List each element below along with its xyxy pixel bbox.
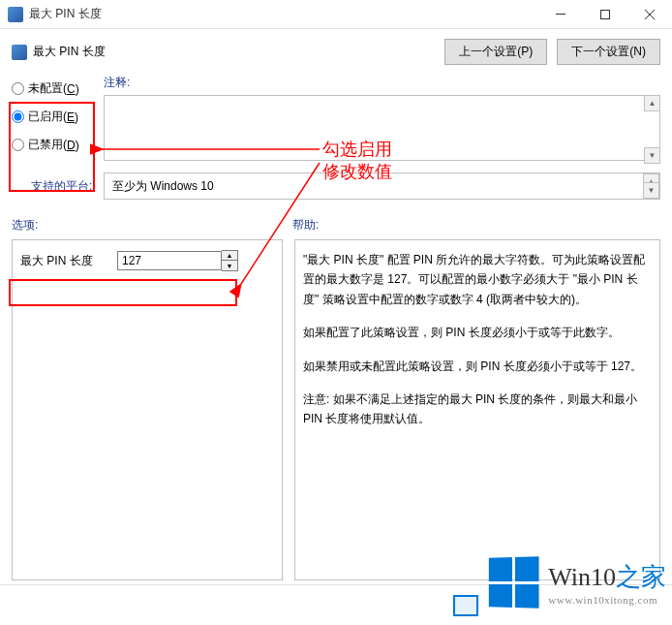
svg-rect-0 [556, 14, 565, 15]
radio-disabled[interactable]: 已禁用(D) [12, 137, 96, 153]
next-setting-button[interactable]: 下一个设置(N) [557, 39, 660, 65]
max-pin-length-label: 最大 PIN 长度 [20, 253, 117, 269]
radio-not-configured[interactable]: 未配置(C) [12, 80, 96, 97]
header-row: 最大 PIN 长度 上一个设置(P) 下一个设置(N) [12, 39, 660, 65]
comment-scroll-down[interactable]: ▼ [644, 147, 660, 164]
close-icon [645, 10, 655, 19]
help-paragraph-1: "最大 PIN 长度" 配置 PIN 所允许的最大字符数。可为此策略设置配置的最… [303, 250, 652, 309]
policy-icon [12, 45, 27, 60]
policy-title: 最大 PIN 长度 [33, 44, 444, 60]
platform-label: 支持的平台: [12, 178, 104, 195]
radio-disabled-input[interactable] [12, 139, 24, 151]
help-paragraph-3: 如果禁用或未配置此策略设置，则 PIN 长度必须小于或等于 127。 [303, 357, 652, 376]
help-paragraph-2: 如果配置了此策略设置，则 PIN 长度必须小于或等于此数字。 [303, 323, 652, 342]
help-label: 帮助: [292, 217, 319, 234]
app-icon [8, 7, 23, 22]
spin-up-button[interactable]: ▲ [222, 251, 237, 261]
options-panel: 最大 PIN 长度 ▲ ▼ [12, 239, 283, 580]
help-panel: "最大 PIN 长度" 配置 PIN 所允许的最大字符数。可为此策略设置配置的最… [294, 239, 660, 580]
maximize-icon [600, 10, 610, 19]
previous-setting-button[interactable]: 上一个设置(P) [444, 39, 547, 65]
minimize-icon [556, 14, 565, 15]
minimize-button[interactable] [538, 0, 583, 29]
annotation-text: 勾选启用 修改数值 [322, 139, 392, 184]
ok-button-partial[interactable] [453, 595, 478, 616]
watermark-brand: Win10之家 [548, 560, 666, 594]
windows-logo-icon [489, 556, 539, 608]
state-radio-group: 未配置(C) 已启用(E) 已禁用(D) [12, 75, 96, 153]
window-title: 最大 PIN 长度 [29, 6, 538, 22]
content-area: 最大 PIN 长度 上一个设置(P) 下一个设置(N) 未配置(C) 已启用(E… [0, 29, 672, 625]
radio-enabled[interactable]: 已启用(E) [12, 109, 96, 125]
help-paragraph-4: 注意: 如果不满足上述指定的最大 PIN 长度的条件，则最大和最小 PIN 长度… [303, 390, 652, 429]
spin-down-button[interactable]: ▼ [222, 261, 237, 270]
comment-label: 注释: [104, 75, 660, 91]
radio-not-configured-input[interactable] [12, 82, 24, 95]
comment-scroll-up[interactable]: ▲ [644, 95, 660, 111]
watermark: Win10之家 www.win10xitong.com [488, 557, 666, 608]
close-button[interactable] [627, 0, 672, 29]
watermark-url: www.win10xitong.com [548, 594, 666, 606]
radio-enabled-input[interactable] [12, 110, 24, 123]
svg-rect-1 [601, 10, 610, 18]
max-pin-length-input[interactable] [117, 251, 222, 270]
platform-scroll-down[interactable]: ▼ [643, 182, 659, 199]
maximize-button[interactable] [583, 0, 627, 29]
titlebar: 最大 PIN 长度 [0, 0, 672, 29]
platform-value: 至少为 Windows 10 [112, 179, 214, 193]
options-label: 选项: [12, 217, 292, 234]
